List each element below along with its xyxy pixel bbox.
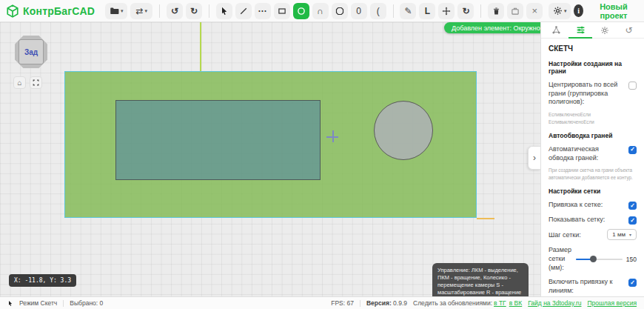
grid-step-select[interactable]: 1 мм ▾	[607, 229, 637, 240]
y-axis-line	[200, 22, 201, 71]
tab-hierarchy[interactable]	[546, 22, 566, 39]
ellipse-tool-button[interactable]: 0	[351, 3, 367, 19]
setting-label: Размер сетки (мм):	[549, 246, 572, 272]
folder-icon	[110, 6, 119, 16]
line-snap-checkbox[interactable]	[628, 279, 637, 287]
info-button[interactable]: i	[574, 4, 583, 17]
grid-step-value: 1 мм	[612, 231, 625, 238]
setting-label: Шаг сетки:	[549, 231, 603, 240]
statusbar-divider	[63, 300, 64, 307]
rotate-icon: ↻	[462, 6, 469, 16]
setting-label: Показывать сетку:	[549, 216, 624, 225]
edit-tool-button[interactable]: ✎	[400, 3, 416, 19]
view-cube[interactable]: Зад	[15, 36, 47, 68]
home-view-button[interactable]: ⌂	[13, 76, 26, 89]
spline-tool-button[interactable]: (	[370, 3, 386, 19]
setting-row-grid-step: Шаг сетки: 1 мм ▾	[549, 230, 637, 240]
arc-tool-button[interactable]: ∩	[312, 3, 329, 19]
clear-button[interactable]: ×	[526, 3, 543, 19]
delete-button[interactable]	[488, 3, 504, 19]
rectangle-tool-button[interactable]	[274, 3, 290, 19]
select-tool-button[interactable]	[216, 3, 232, 19]
setting-row-grid-size: Размер сетки (мм): 150	[549, 246, 637, 272]
rotate-tool-button[interactable]: ↻	[457, 3, 474, 19]
import-export-button[interactable]: ⇄ ▾	[130, 3, 152, 19]
status-bar: Режим Скетч Выбрано: 0 FPS: 67 Версия: 0…	[0, 296, 644, 309]
vk-link[interactable]: в ВК	[509, 299, 523, 307]
toolbar-divider	[480, 4, 481, 18]
section-header-face: Настройки создания на грани	[549, 60, 637, 75]
show-grid-checkbox[interactable]	[628, 216, 637, 225]
history-icon: ↺	[625, 25, 633, 36]
pencil-icon: ✎	[404, 6, 412, 16]
tab-app-settings[interactable]	[595, 22, 614, 39]
setting-hint: При создании скетча на грани объекта авт…	[549, 167, 637, 181]
version-info: Версия: 0.9.9	[366, 299, 407, 307]
setting-row-show-grid: Показывать сетку:	[549, 216, 637, 225]
previous-version-link[interactable]: Прошлая версия	[587, 299, 637, 307]
new-project-button[interactable]: Новый проект	[592, 2, 635, 20]
controls-tooltip: Управление: ЛКМ - выделение, ПКМ - враще…	[432, 263, 529, 296]
main-toolbar: КонтрБагCAD ▾ ⇄ ▾ ↺ ↻ ···	[0, 0, 644, 22]
caret-down-icon: ▾	[564, 8, 567, 14]
caret-down-icon: ▾	[144, 8, 147, 14]
trash-icon	[492, 7, 500, 16]
center-on-face-checkbox[interactable]	[628, 82, 637, 90]
app-title: КонтрБагCAD	[23, 5, 95, 17]
polygon-icon	[335, 7, 344, 16]
redo-button[interactable]: ↻	[186, 3, 202, 19]
cube-logo-icon	[6, 4, 19, 18]
hierarchy-icon	[551, 25, 561, 35]
fit-view-button[interactable]	[30, 76, 42, 89]
sketch-rectangle-shape[interactable]	[115, 100, 321, 180]
statusbar-right: FPS: 67 Версия: 0.9.9 Следить за обновле…	[331, 299, 637, 307]
gear-icon	[553, 6, 563, 16]
sketch-canvas[interactable]: Зад ⌂ Добавлен элемент: Окружность X: -1…	[0, 22, 540, 296]
archive-icon-button[interactable]	[507, 3, 523, 19]
tab-history[interactable]: ↺	[620, 22, 639, 39]
updates-label: Следить за обновлениями:	[413, 299, 492, 307]
section-header-grid: Настройки сетки	[549, 187, 637, 195]
view-cube-face[interactable]: Зад	[19, 39, 44, 64]
setting-row-grid-snap: Привязка к сетке:	[549, 201, 637, 210]
gear-icon	[600, 26, 609, 35]
circle-icon	[297, 7, 306, 16]
info-icon: i	[577, 7, 580, 15]
undo-button[interactable]: ↺	[167, 3, 183, 19]
toolbar-divider	[159, 4, 160, 18]
setting-row-auto-outline: Автоматическая обводка граней:	[549, 145, 637, 162]
toolbar-divider	[393, 4, 394, 18]
grid-size-slider[interactable]	[576, 256, 623, 263]
chevron-right-icon: ›	[533, 153, 536, 163]
telegram-link[interactable]: в ТГ	[494, 299, 506, 307]
polyline-tool-button[interactable]: ···	[255, 3, 271, 19]
sidebar-expand-button[interactable]: ›	[528, 146, 540, 170]
ellipse-icon: 0	[356, 6, 361, 16]
sketch-circle-shape[interactable]	[374, 101, 433, 160]
frame-corners-icon	[33, 79, 39, 86]
angle-measure-button[interactable]: L	[419, 3, 435, 19]
setting-hint: ЕсливключеноЕсли ЕсливыключеноЕсли	[549, 111, 637, 125]
setting-label: Автоматическая обводка граней:	[549, 145, 624, 162]
selection-count: Выбрано: 0	[70, 299, 103, 307]
auto-outline-checkbox[interactable]	[628, 146, 637, 154]
caret-down-icon: ▾	[121, 8, 124, 14]
x-axis-line	[477, 218, 494, 219]
fps-counter: FPS: 67	[331, 299, 354, 307]
slider-knob[interactable]	[590, 256, 597, 262]
toolbar-divider	[209, 4, 209, 18]
setting-label: Центрировать по всей грани (группировка …	[549, 81, 624, 107]
swap-arrows-icon: ⇄	[135, 6, 143, 16]
file-menu-button[interactable]: ▾	[105, 3, 127, 19]
tab-sketch-settings[interactable]	[571, 22, 590, 39]
settings-menu-button[interactable]: ▾	[549, 3, 571, 19]
move-tool-button[interactable]	[438, 3, 455, 19]
circle-tool-button[interactable]	[293, 3, 309, 19]
polygon-tool-button[interactable]	[332, 3, 348, 19]
line-tool-button[interactable]	[235, 3, 252, 19]
arc-icon: ∩	[317, 6, 323, 16]
toast-notification: Добавлен элемент: Окружность	[444, 22, 540, 33]
grid-snap-checkbox[interactable]	[628, 202, 637, 210]
guide-link[interactable]: Гайд на 3dtoday.ru	[528, 299, 581, 307]
sliders-icon	[576, 25, 586, 35]
